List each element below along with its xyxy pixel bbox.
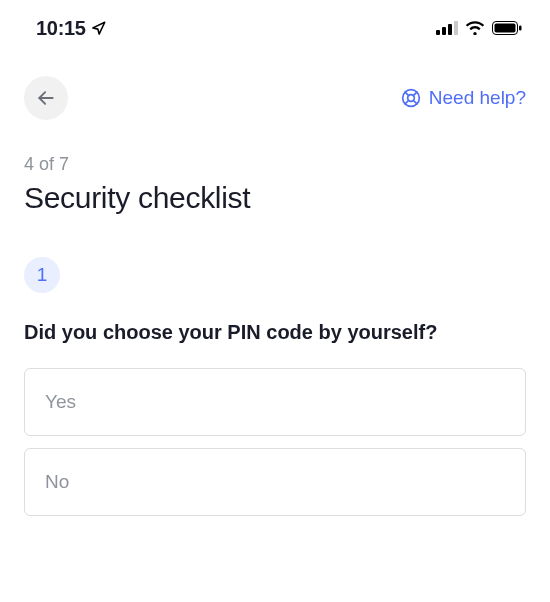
nav-row: Need help? xyxy=(0,44,550,120)
back-button[interactable] xyxy=(24,76,68,120)
arrow-left-icon xyxy=(36,88,56,108)
svg-line-11 xyxy=(413,100,417,104)
status-icons xyxy=(436,21,522,35)
option-no-button[interactable]: No xyxy=(24,448,526,516)
page-title: Security checklist xyxy=(24,181,526,215)
svg-rect-6 xyxy=(519,26,522,31)
option-yes-button[interactable]: Yes xyxy=(24,368,526,436)
location-icon xyxy=(91,21,106,36)
cellular-icon xyxy=(436,21,458,35)
status-time: 10:15 xyxy=(36,17,106,40)
question-text: Did you choose your PIN code by yourself… xyxy=(24,321,526,344)
wifi-icon xyxy=(465,21,485,35)
help-label: Need help? xyxy=(429,87,526,109)
svg-rect-0 xyxy=(436,30,440,35)
svg-rect-3 xyxy=(454,21,458,35)
help-link[interactable]: Need help? xyxy=(401,87,526,109)
svg-line-13 xyxy=(405,100,409,104)
question-number-badge: 1 xyxy=(24,257,60,293)
svg-line-10 xyxy=(405,92,409,96)
svg-rect-5 xyxy=(495,24,516,33)
status-bar: 10:15 xyxy=(0,0,550,44)
svg-rect-1 xyxy=(442,27,446,35)
svg-line-12 xyxy=(413,92,417,96)
time-value: 10:15 xyxy=(36,17,86,40)
battery-icon xyxy=(492,21,522,35)
help-icon xyxy=(401,88,421,108)
svg-rect-2 xyxy=(448,24,452,35)
main-content: 4 of 7 Security checklist 1 Did you choo… xyxy=(0,120,550,528)
step-counter: 4 of 7 xyxy=(24,154,526,175)
question-block: 1 Did you choose your PIN code by yourse… xyxy=(24,257,526,528)
